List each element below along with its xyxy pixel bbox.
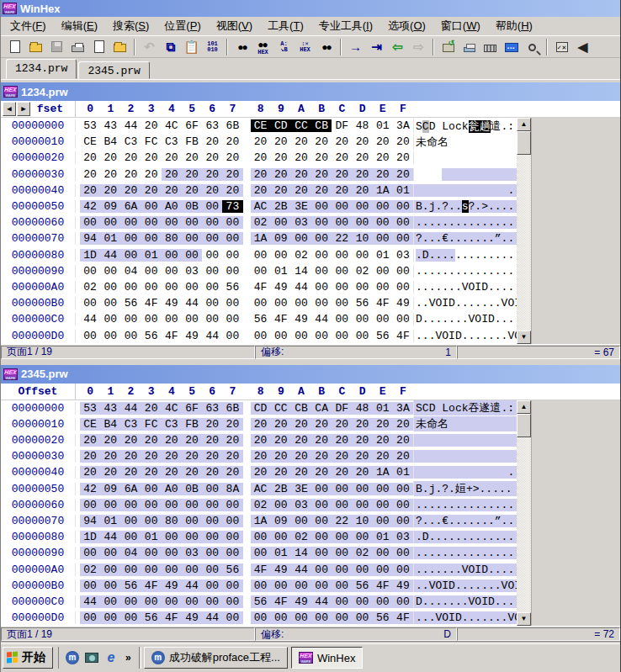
- hex-byte[interactable]: 00: [100, 611, 120, 624]
- hex-byte[interactable]: 53: [80, 119, 100, 132]
- hex-byte[interactable]: 0B: [182, 200, 202, 213]
- hex-byte[interactable]: 00: [291, 579, 311, 592]
- hex-byte[interactable]: 20: [393, 168, 413, 181]
- hex-byte[interactable]: 00: [373, 216, 393, 229]
- hex-byte[interactable]: 00: [291, 515, 311, 527]
- hex-byte[interactable]: C3: [162, 418, 182, 431]
- hex-byte[interactable]: FB: [182, 418, 202, 431]
- hex-byte[interactable]: 00: [100, 265, 120, 278]
- ascii-text-cell[interactable]: ................: [413, 265, 526, 278]
- hex-byte[interactable]: 00: [162, 281, 182, 294]
- hex-byte[interactable]: 20: [373, 135, 393, 148]
- hex-byte[interactable]: 44: [202, 330, 222, 342]
- scrollbar-track[interactable]: [517, 155, 531, 331]
- hex-byte[interactable]: 56: [120, 297, 141, 310]
- hex-byte[interactable]: 00: [222, 515, 242, 527]
- hex-byte[interactable]: 20: [352, 151, 372, 164]
- scroll-up-button[interactable]: ▲: [517, 118, 531, 131]
- hex-byte[interactable]: 20: [311, 434, 332, 447]
- hex-byte[interactable]: 20: [271, 168, 291, 181]
- hex-byte[interactable]: 00: [202, 499, 222, 511]
- hex-byte[interactable]: 00: [120, 499, 141, 511]
- ascii-text-cell[interactable]: .......VOID.....: [413, 281, 526, 294]
- hex-byte[interactable]: 42: [80, 483, 100, 495]
- hex-byte[interactable]: 20: [291, 151, 311, 164]
- hex-byte[interactable]: 00: [311, 297, 332, 310]
- hex-byte[interactable]: 00: [352, 611, 372, 624]
- hex-byte[interactable]: 00: [311, 483, 332, 495]
- hex-byte[interactable]: 00: [311, 281, 332, 294]
- hex-byte[interactable]: CD: [271, 119, 291, 132]
- hex-byte[interactable]: 00: [100, 330, 120, 342]
- hex-byte[interactable]: 20: [100, 184, 120, 197]
- hex-byte[interactable]: 20: [352, 466, 372, 479]
- hex-byte[interactable]: 20: [352, 450, 372, 463]
- hex-byte[interactable]: 53: [80, 402, 100, 415]
- hex-byte[interactable]: AC: [251, 483, 271, 495]
- hex-byte[interactable]: 00: [251, 249, 271, 262]
- hex-byte[interactable]: 00: [222, 547, 242, 559]
- hex-byte[interactable]: 44: [120, 119, 141, 132]
- open-file-button[interactable]: [26, 38, 45, 56]
- hex-byte[interactable]: 20: [373, 450, 393, 463]
- hex-byte[interactable]: 14: [291, 265, 311, 278]
- hex-byte[interactable]: 00: [162, 564, 182, 576]
- hex-byte[interactable]: 4F: [251, 281, 271, 294]
- hex-byte[interactable]: 00: [202, 265, 222, 278]
- data-interpreter-button[interactable]: ▪▪▪: [502, 38, 521, 56]
- hex-byte[interactable]: 44: [80, 595, 100, 608]
- hex-byte[interactable]: 20: [373, 168, 393, 181]
- hex-byte[interactable]: 00: [271, 611, 291, 624]
- hex-byte[interactable]: 20: [393, 450, 413, 463]
- hex-byte[interactable]: 20: [271, 151, 291, 164]
- hex-byte[interactable]: 09: [100, 483, 120, 495]
- hex-byte[interactable]: CE: [251, 119, 271, 132]
- hex-byte[interactable]: 00: [393, 281, 413, 294]
- hex-byte[interactable]: 00: [271, 499, 291, 511]
- hex-byte[interactable]: 01: [373, 402, 393, 415]
- hex-byte[interactable]: 1A: [373, 466, 393, 479]
- hex-byte[interactable]: 00: [352, 216, 372, 229]
- hex-byte[interactable]: 00: [182, 595, 202, 608]
- hex-byte[interactable]: 20: [141, 466, 162, 479]
- hex-byte[interactable]: 20: [291, 418, 311, 431]
- hex-byte[interactable]: 00: [182, 499, 202, 511]
- hex-byte[interactable]: 00: [162, 499, 182, 511]
- hex-byte[interactable]: 00: [373, 265, 393, 278]
- hex-byte[interactable]: 43: [100, 119, 120, 132]
- replace-text-button[interactable]: A:↘B: [274, 38, 294, 56]
- hex-byte[interactable]: A0: [162, 483, 182, 495]
- hex-byte[interactable]: 00: [332, 313, 352, 325]
- hex-byte[interactable]: 00: [311, 249, 332, 262]
- collapse-button[interactable]: ◀: [573, 38, 592, 56]
- hex-byte[interactable]: 20: [251, 418, 271, 431]
- hex-byte[interactable]: 20: [251, 434, 271, 447]
- hex-byte[interactable]: 00: [202, 281, 222, 294]
- ascii-text-cell[interactable]: .D..............: [413, 531, 526, 543]
- find-button[interactable]: ●●: [232, 38, 252, 56]
- ascii-text-cell[interactable]: SCD Lock瓮趟遣.:: [413, 119, 526, 134]
- hex-byte[interactable]: 00: [373, 200, 393, 213]
- hex-byte[interactable]: 56: [222, 564, 242, 576]
- task-button-1[interactable]: m成功破解proface工程...: [144, 647, 288, 669]
- hex-byte[interactable]: 00: [182, 515, 202, 527]
- hex-byte[interactable]: C3: [162, 135, 182, 148]
- hex-byte[interactable]: 80: [162, 232, 182, 245]
- hex-byte[interactable]: 00: [100, 281, 120, 294]
- hex-byte[interactable]: 4F: [162, 611, 182, 624]
- replace-hex-button[interactable]: ↕✕HEX: [295, 38, 315, 56]
- hex-byte[interactable]: 00: [222, 232, 242, 245]
- backup-manager-button[interactable]: [438, 38, 458, 56]
- hex-byte[interactable]: 20: [80, 450, 100, 463]
- ascii-text-cell[interactable]: ...VOID.......VO: [413, 611, 526, 624]
- hex-byte[interactable]: 44: [182, 297, 202, 310]
- hex-byte[interactable]: 00: [162, 265, 182, 278]
- hex-byte[interactable]: 00: [311, 579, 332, 592]
- hex-byte[interactable]: 00: [373, 547, 393, 559]
- hex-byte[interactable]: 20: [222, 418, 242, 431]
- hex-byte[interactable]: 00: [332, 265, 352, 278]
- menu-item-5[interactable]: 视图(V): [209, 16, 260, 36]
- hex-byte[interactable]: 20: [393, 151, 413, 164]
- hex-byte[interactable]: 56: [141, 611, 162, 624]
- hex-byte[interactable]: 4C: [162, 119, 182, 132]
